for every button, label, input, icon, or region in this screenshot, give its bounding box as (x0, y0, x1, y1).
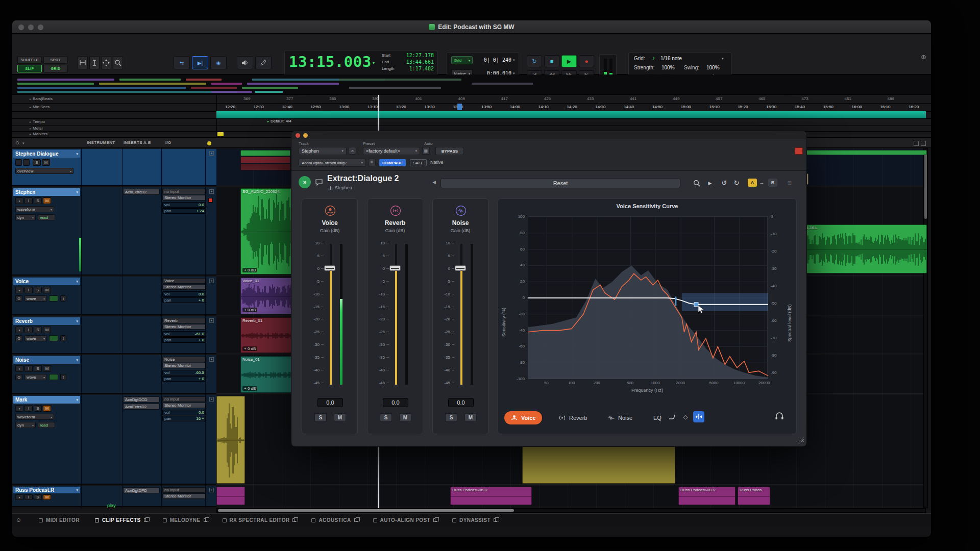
clip-fragment[interactable] (216, 396, 245, 484)
zoom-search-icon[interactable] (692, 179, 702, 188)
grid-note-dropdown-icon[interactable]: ▾ (722, 57, 724, 61)
horizontal-scrollbar[interactable] (216, 508, 926, 513)
grid-note-value[interactable]: 1/16 note (660, 56, 682, 61)
edit-mode-grid[interactable]: GRID (43, 65, 68, 72)
track-name[interactable]: Reverb▾ (13, 317, 80, 325)
clip-norm[interactable]: -Norm_01-16.L (788, 224, 927, 273)
trim-tool[interactable] (78, 56, 88, 69)
volume-display[interactable]: vol0.0 (162, 291, 206, 297)
resize-handle[interactable] (798, 435, 804, 444)
insert-slot-acnextrcd2[interactable]: AcnExtrcD2 (123, 189, 160, 195)
channel-solo-button[interactable]: S (314, 413, 327, 422)
track-options-icon[interactable]: + (209, 151, 214, 156)
clip-gain-badge[interactable]: + 0 dB (242, 268, 257, 272)
swing-value[interactable]: 100% (706, 65, 720, 70)
track-options-icon[interactable]: + (209, 318, 214, 323)
track-options-icon[interactable]: + (209, 189, 214, 194)
close-icon[interactable] (18, 24, 24, 30)
mirror-edit-button[interactable]: ◉ (210, 56, 227, 69)
track-header-voice[interactable]: Voice▾●ISMwave▾⊙↕VoiceStereo Monitorvol0… (12, 277, 216, 315)
split-tracks-icon[interactable] (693, 411, 704, 422)
selector-tool[interactable] (89, 56, 100, 69)
ab-copy-icon[interactable]: → (759, 179, 765, 185)
note-icon[interactable]: ♪ (652, 55, 655, 61)
sensitivity-curve-plot[interactable] (528, 216, 768, 379)
channel-mute-button[interactable]: M (399, 413, 411, 422)
loop-playback-button[interactable]: ↻ (527, 55, 542, 67)
ruler-label-min-secs[interactable]: ▸Min:Secs (30, 105, 50, 109)
track-list-dropdown-icon[interactable]: ▾ (22, 141, 24, 145)
graph-tab-voice[interactable]: Voice (504, 411, 542, 424)
minimize-icon[interactable] (28, 24, 34, 30)
plugin-bypass-button[interactable]: BYPASS (435, 147, 464, 155)
audition-speaker-icon[interactable] (237, 56, 253, 69)
plugin-active-button[interactable]: » (299, 176, 311, 188)
zoom-toggle-button[interactable]: ⇆ (174, 56, 190, 69)
undo-icon[interactable]: ↺ (719, 178, 729, 187)
io-input-selector[interactable]: no input (162, 487, 206, 493)
io-input-selector[interactable]: no input (162, 396, 206, 402)
track-name[interactable]: Stephen Dialogue▾ (13, 150, 80, 158)
plugin-selector[interactable]: AconDigitalExtractDialg2▾ (299, 159, 366, 167)
node-edit-icon[interactable]: ◇ (680, 411, 691, 422)
track-header-stephen[interactable]: Stephen▾●ISMwaveform▾dyn▾readAcnExtrcD2n… (12, 187, 216, 276)
compare-button[interactable]: COMPARE (379, 159, 406, 166)
plugin-menu-icon[interactable]: ≡ (785, 178, 795, 187)
channel-solo-button[interactable]: S (380, 413, 392, 422)
pan-display[interactable]: pan+ 0 (162, 376, 206, 382)
redo-icon[interactable]: ↻ (731, 178, 742, 187)
volume-display[interactable]: vol-60.5 (162, 370, 206, 375)
io-output-selector[interactable]: Stereo Monitor (162, 324, 206, 330)
input-monitor-button[interactable]: I (24, 287, 33, 293)
pencil-tool[interactable] (255, 56, 272, 69)
zoom-tool[interactable] (113, 56, 123, 69)
track-name[interactable]: Russ Podcast.R▾ (13, 487, 80, 493)
horizontal-scroll-handle[interactable] (218, 509, 514, 512)
track-view-selector[interactable]: overview▾ (15, 168, 74, 174)
clip-russ-cut[interactable]: Russ Podca (738, 487, 770, 505)
tooltip-bubble-icon[interactable] (315, 179, 323, 188)
gate-curve-icon[interactable] (667, 411, 678, 422)
clip-gain-badge[interactable]: + 0 dB (242, 308, 257, 312)
edit-mode-slip[interactable]: SLIP (17, 65, 42, 72)
fader-handle[interactable] (389, 265, 401, 271)
plugin-titlebar[interactable] (291, 131, 806, 139)
end-value[interactable]: 13:44.661 (403, 59, 434, 65)
pan-display[interactable]: pan+ 0 (162, 337, 206, 343)
graph-tab-reverb[interactable]: Reverb (552, 411, 593, 424)
track-name[interactable]: Stephen▾ (13, 188, 80, 196)
track-options-icon[interactable]: + (209, 397, 214, 402)
solo-button[interactable]: S (34, 405, 42, 412)
mute-button[interactable]: M (43, 365, 51, 372)
mute-button[interactable]: M (43, 494, 51, 500)
insert-slot-acnextrsd2[interactable]: AcnExtrsD2 (123, 404, 160, 410)
tab-auto-align-post[interactable]: AUTO-ALIGN POST (373, 517, 437, 523)
tab-midi-editor[interactable]: MIDI EDITOR (39, 517, 80, 523)
mute-button[interactable]: M (43, 327, 51, 333)
graph-tab-noise[interactable]: Noise (601, 411, 639, 424)
insert-slot-acndgtdpd[interactable]: AcnDgtDPD (123, 487, 160, 493)
vertical-scrollbar[interactable] (923, 148, 928, 508)
io-input-selector[interactable]: Voice (162, 278, 206, 284)
clip-fragment[interactable] (240, 157, 290, 163)
play-button[interactable]: ▶ (561, 55, 577, 67)
mute-button[interactable]: M (43, 287, 51, 293)
record-button[interactable]: ● (15, 494, 23, 500)
input-monitor-button[interactable]: I (24, 197, 33, 204)
channel-mute-button[interactable]: M (334, 413, 346, 422)
solo-button[interactable]: S (34, 494, 42, 500)
track-options-icon[interactable]: + (209, 488, 214, 492)
volume-display[interactable]: vol0.0 (162, 410, 206, 415)
automation-mode-selector[interactable]: dyn▾ (15, 214, 36, 220)
gain-value[interactable]: 0.0 (383, 398, 408, 407)
tab-dynassist[interactable]: DYNASSIST (452, 517, 497, 523)
track-options-icon[interactable]: + (209, 357, 214, 362)
input-monitor-button[interactable]: I (24, 405, 33, 412)
grid-mode-button[interactable]: Grid▾ (451, 56, 473, 64)
traffic-lights[interactable] (18, 24, 43, 30)
plugin-librarian-icon[interactable]: ▦ (422, 147, 430, 155)
ruler-label-meter[interactable]: ▸Meter (30, 126, 43, 131)
graph-tab-eq[interactable]: EQ (647, 411, 668, 424)
record-button[interactable]: ● (579, 55, 594, 67)
track-view-selector[interactable]: waveform▾ (15, 414, 54, 420)
